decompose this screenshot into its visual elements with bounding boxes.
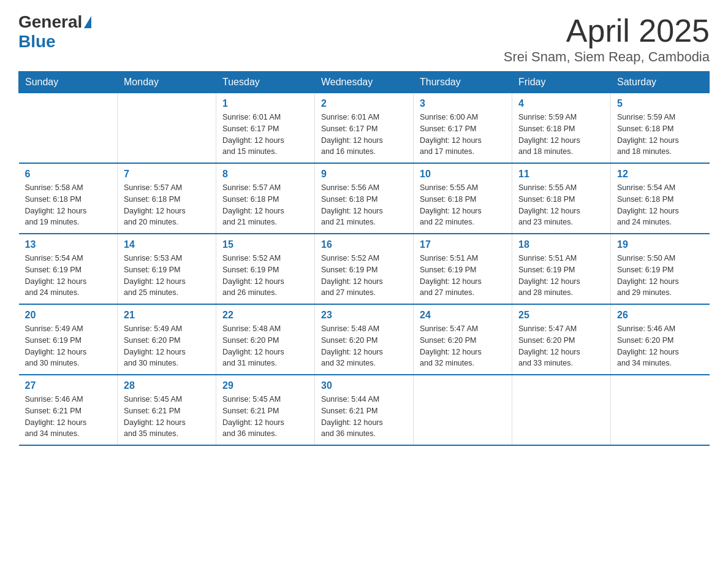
day-info: Sunrise: 6:01 AMSunset: 6:17 PMDaylight:… <box>321 112 407 158</box>
day-info: Sunrise: 5:54 AMSunset: 6:18 PMDaylight:… <box>617 182 703 228</box>
day-info: Sunrise: 5:48 AMSunset: 6:20 PMDaylight:… <box>321 323 407 369</box>
calendar-cell: 8Sunrise: 5:57 AMSunset: 6:18 PMDaylight… <box>216 163 315 234</box>
day-info: Sunrise: 5:52 AMSunset: 6:19 PMDaylight:… <box>321 253 407 299</box>
calendar-cell: 12Sunrise: 5:54 AMSunset: 6:18 PMDayligh… <box>611 163 710 234</box>
day-number: 21 <box>124 310 210 321</box>
weekday-header-monday: Monday <box>118 72 216 93</box>
weekday-header-thursday: Thursday <box>414 72 512 93</box>
calendar-cell: 7Sunrise: 5:57 AMSunset: 6:18 PMDaylight… <box>118 163 216 234</box>
calendar-cell <box>19 93 118 164</box>
logo-triangle-icon <box>84 16 91 28</box>
calendar-cell: 16Sunrise: 5:52 AMSunset: 6:19 PMDayligh… <box>315 234 414 304</box>
calendar-cell: 28Sunrise: 5:45 AMSunset: 6:21 PMDayligh… <box>118 375 216 445</box>
calendar-cell: 14Sunrise: 5:53 AMSunset: 6:19 PMDayligh… <box>118 234 216 304</box>
calendar-header: SundayMondayTuesdayWednesdayThursdayFrid… <box>19 72 710 93</box>
day-number: 3 <box>420 98 506 109</box>
day-info: Sunrise: 5:59 AMSunset: 6:18 PMDaylight:… <box>518 112 604 158</box>
calendar-cell: 24Sunrise: 5:47 AMSunset: 6:20 PMDayligh… <box>414 304 512 375</box>
calendar-cell: 9Sunrise: 5:56 AMSunset: 6:18 PMDaylight… <box>315 163 414 234</box>
day-info: Sunrise: 5:50 AMSunset: 6:19 PMDaylight:… <box>617 253 703 299</box>
day-info: Sunrise: 6:01 AMSunset: 6:17 PMDaylight:… <box>222 112 308 158</box>
logo-blue-text: Blue <box>18 32 56 51</box>
calendar-cell: 21Sunrise: 5:49 AMSunset: 6:20 PMDayligh… <box>118 304 216 375</box>
day-number: 17 <box>420 239 506 250</box>
calendar-cell <box>512 375 611 445</box>
day-info: Sunrise: 5:55 AMSunset: 6:18 PMDaylight:… <box>518 182 604 228</box>
calendar-cell: 25Sunrise: 5:47 AMSunset: 6:20 PMDayligh… <box>512 304 611 375</box>
day-number: 10 <box>420 169 506 180</box>
calendar-cell: 15Sunrise: 5:52 AMSunset: 6:19 PMDayligh… <box>216 234 315 304</box>
day-info: Sunrise: 5:49 AMSunset: 6:19 PMDaylight:… <box>25 323 112 369</box>
calendar-cell: 3Sunrise: 6:00 AMSunset: 6:17 PMDaylight… <box>414 93 512 164</box>
day-number: 22 <box>222 310 308 321</box>
calendar-cell <box>414 375 512 445</box>
day-info: Sunrise: 5:51 AMSunset: 6:19 PMDaylight:… <box>518 253 604 299</box>
day-number: 8 <box>222 169 308 180</box>
day-info: Sunrise: 5:45 AMSunset: 6:21 PMDaylight:… <box>124 394 210 440</box>
calendar-week-5: 27Sunrise: 5:46 AMSunset: 6:21 PMDayligh… <box>19 375 710 445</box>
day-number: 24 <box>420 310 506 321</box>
logo: General Blue <box>18 12 91 52</box>
header: General Blue April 2025 Srei Snam, Siem … <box>18 12 710 65</box>
calendar-cell <box>611 375 710 445</box>
day-number: 15 <box>222 239 308 250</box>
day-number: 29 <box>222 380 308 391</box>
day-info: Sunrise: 5:58 AMSunset: 6:18 PMDaylight:… <box>25 182 112 228</box>
calendar-week-4: 20Sunrise: 5:49 AMSunset: 6:19 PMDayligh… <box>19 304 710 375</box>
day-info: Sunrise: 5:46 AMSunset: 6:21 PMDaylight:… <box>25 394 112 440</box>
calendar-week-2: 6Sunrise: 5:58 AMSunset: 6:18 PMDaylight… <box>19 163 710 234</box>
calendar-cell: 1Sunrise: 6:01 AMSunset: 6:17 PMDaylight… <box>216 93 315 164</box>
calendar-cell: 13Sunrise: 5:54 AMSunset: 6:19 PMDayligh… <box>19 234 118 304</box>
calendar-cell: 4Sunrise: 5:59 AMSunset: 6:18 PMDaylight… <box>512 93 611 164</box>
day-info: Sunrise: 5:49 AMSunset: 6:20 PMDaylight:… <box>124 323 210 369</box>
day-info: Sunrise: 5:57 AMSunset: 6:18 PMDaylight:… <box>222 182 308 228</box>
day-info: Sunrise: 5:47 AMSunset: 6:20 PMDaylight:… <box>420 323 506 369</box>
day-number: 16 <box>321 239 407 250</box>
day-info: Sunrise: 5:55 AMSunset: 6:18 PMDaylight:… <box>420 182 506 228</box>
calendar-cell: 23Sunrise: 5:48 AMSunset: 6:20 PMDayligh… <box>315 304 414 375</box>
day-number: 20 <box>25 310 112 321</box>
weekday-header-saturday: Saturday <box>611 72 710 93</box>
calendar-cell: 5Sunrise: 5:59 AMSunset: 6:18 PMDaylight… <box>611 93 710 164</box>
weekday-header-friday: Friday <box>512 72 611 93</box>
day-number: 5 <box>617 98 703 109</box>
calendar-cell: 11Sunrise: 5:55 AMSunset: 6:18 PMDayligh… <box>512 163 611 234</box>
day-number: 27 <box>25 380 112 391</box>
calendar-subtitle: Srei Snam, Siem Reap, Cambodia <box>504 49 710 65</box>
day-number: 9 <box>321 169 407 180</box>
day-info: Sunrise: 5:54 AMSunset: 6:19 PMDaylight:… <box>25 253 112 299</box>
day-number: 23 <box>321 310 407 321</box>
calendar-cell: 27Sunrise: 5:46 AMSunset: 6:21 PMDayligh… <box>19 375 118 445</box>
day-number: 13 <box>25 239 112 250</box>
calendar-cell: 26Sunrise: 5:46 AMSunset: 6:20 PMDayligh… <box>611 304 710 375</box>
calendar-cell: 18Sunrise: 5:51 AMSunset: 6:19 PMDayligh… <box>512 234 611 304</box>
day-number: 25 <box>518 310 604 321</box>
calendar-cell: 17Sunrise: 5:51 AMSunset: 6:19 PMDayligh… <box>414 234 512 304</box>
day-info: Sunrise: 5:47 AMSunset: 6:20 PMDaylight:… <box>518 323 604 369</box>
calendar-cell: 20Sunrise: 5:49 AMSunset: 6:19 PMDayligh… <box>19 304 118 375</box>
day-number: 14 <box>124 239 210 250</box>
calendar-cell: 10Sunrise: 5:55 AMSunset: 6:18 PMDayligh… <box>414 163 512 234</box>
day-number: 18 <box>518 239 604 250</box>
day-number: 11 <box>518 169 604 180</box>
day-number: 19 <box>617 239 703 250</box>
day-info: Sunrise: 5:45 AMSunset: 6:21 PMDaylight:… <box>222 394 308 440</box>
calendar-cell: 6Sunrise: 5:58 AMSunset: 6:18 PMDaylight… <box>19 163 118 234</box>
calendar-cell: 2Sunrise: 6:01 AMSunset: 6:17 PMDaylight… <box>315 93 414 164</box>
day-info: Sunrise: 5:51 AMSunset: 6:19 PMDaylight:… <box>420 253 506 299</box>
day-number: 26 <box>617 310 703 321</box>
day-info: Sunrise: 5:53 AMSunset: 6:19 PMDaylight:… <box>124 253 210 299</box>
day-number: 30 <box>321 380 407 391</box>
calendar-cell: 30Sunrise: 5:44 AMSunset: 6:21 PMDayligh… <box>315 375 414 445</box>
day-info: Sunrise: 5:52 AMSunset: 6:19 PMDaylight:… <box>222 253 308 299</box>
day-number: 7 <box>124 169 210 180</box>
calendar-week-3: 13Sunrise: 5:54 AMSunset: 6:19 PMDayligh… <box>19 234 710 304</box>
day-info: Sunrise: 5:46 AMSunset: 6:20 PMDaylight:… <box>617 323 703 369</box>
day-info: Sunrise: 6:00 AMSunset: 6:17 PMDaylight:… <box>420 112 506 158</box>
day-info: Sunrise: 5:48 AMSunset: 6:20 PMDaylight:… <box>222 323 308 369</box>
logo-general-text: General <box>18 12 82 32</box>
weekday-header-sunday: Sunday <box>19 72 118 93</box>
day-number: 12 <box>617 169 703 180</box>
day-info: Sunrise: 5:59 AMSunset: 6:18 PMDaylight:… <box>617 112 703 158</box>
day-number: 28 <box>124 380 210 391</box>
